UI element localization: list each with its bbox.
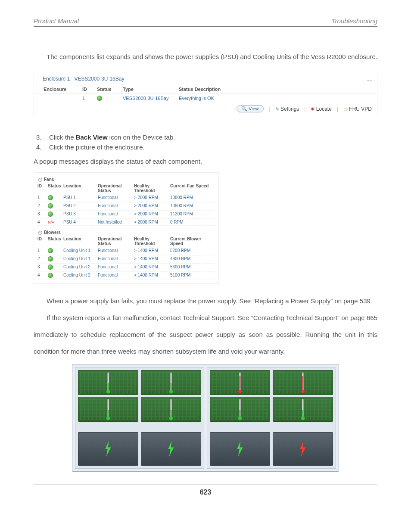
power-ok-icon bbox=[103, 441, 113, 457]
step-number: 3. bbox=[36, 134, 44, 141]
collapse-icon[interactable] bbox=[38, 231, 42, 235]
pencil-icon: ✎ bbox=[275, 106, 279, 112]
header-right: Troubleshooting bbox=[332, 17, 377, 25]
enclosure-row[interactable]: 1 VESS2000-3U-16Bay Everything is OK bbox=[34, 94, 377, 103]
table-row: 1PSU 1Functional> 2000 RPM10800 RPM bbox=[37, 194, 215, 202]
psu-slot bbox=[273, 432, 333, 466]
circuit-board bbox=[273, 397, 333, 422]
fans-section-title: Fans bbox=[44, 177, 54, 182]
col-id: ID bbox=[82, 87, 97, 92]
circuit-board bbox=[210, 370, 270, 395]
step-4: 4. Click the picture of the enclosure. bbox=[34, 143, 377, 151]
status-ok-icon bbox=[48, 248, 53, 253]
status-ok-icon bbox=[97, 96, 102, 101]
fans-blowers-panel: Fans ID Status Location Operational Stat… bbox=[34, 172, 219, 284]
page-number: 623 bbox=[34, 485, 377, 496]
enclosure-title: Enclosure 1 VESS2000-3U-16Bay bbox=[43, 76, 124, 84]
power-ok-icon bbox=[166, 441, 176, 457]
col-status: Status bbox=[97, 87, 123, 92]
table-row: 4Cooling Unit 2Functional> 1400 RPM5100 … bbox=[37, 272, 215, 280]
locate-icon: ✹ bbox=[311, 106, 314, 112]
thermometer-ok-icon bbox=[106, 372, 110, 394]
col-enclosure: Enclosure bbox=[44, 87, 82, 92]
thermometer-ok-icon bbox=[238, 399, 242, 420]
blowers-section-title: Blowers bbox=[44, 230, 61, 235]
table-row: 4N/APSU 4Not Installed> 2000 RPM0 RPM bbox=[37, 219, 215, 226]
power-fail-icon bbox=[298, 441, 308, 457]
collapse-caret-icon[interactable]: ︿ bbox=[367, 76, 373, 84]
table-row: 2PSU 2Functional> 2000 RPM10800 RPM bbox=[37, 202, 215, 211]
circuit-board bbox=[78, 370, 138, 395]
magnifier-icon: 🔍 bbox=[241, 106, 247, 111]
status-ok-icon bbox=[48, 273, 53, 278]
table-row: 2Cooling Unit 1Functional> 1400 RPM4900 … bbox=[37, 255, 215, 264]
power-ok-icon bbox=[235, 441, 245, 457]
fan-malfunction-paragraph: If the system reports a fan malfunction,… bbox=[34, 309, 377, 360]
thermometer-warn-icon bbox=[238, 372, 242, 394]
step-number: 4. bbox=[36, 143, 44, 151]
status-ok-icon bbox=[48, 264, 53, 270]
status-ok-icon bbox=[48, 195, 53, 200]
psu-slot bbox=[210, 432, 270, 466]
enclosure-right-half bbox=[207, 367, 336, 469]
clipboard-icon: ▭ bbox=[343, 106, 348, 112]
thermometer-ok-icon bbox=[106, 399, 110, 420]
settings-button[interactable]: ✎ Settings bbox=[275, 106, 299, 112]
table-row: 3PSU 3Functional> 2000 RPM11200 RPM bbox=[37, 211, 215, 219]
collapse-icon[interactable] bbox=[38, 178, 42, 182]
psu-fail-paragraph: When a power supply fan fails, you must … bbox=[34, 292, 377, 309]
table-row: 3Cooling Unit 2Functional> 1400 RPM5300 … bbox=[37, 264, 215, 272]
col-type: Type bbox=[123, 87, 179, 92]
circuit-board bbox=[273, 370, 333, 395]
locate-button[interactable]: ✹ Locate bbox=[311, 106, 331, 112]
thermometer-warn-icon bbox=[301, 372, 305, 394]
step-3: 3. Click the Back View icon on the Devic… bbox=[34, 134, 377, 141]
thermometer-ok-icon bbox=[169, 372, 173, 394]
thermometer-ok-icon bbox=[169, 399, 173, 420]
enclosure-back-view-figure bbox=[72, 364, 339, 472]
col-status-description: Status Description bbox=[179, 87, 373, 92]
enclosure-panel: Enclosure 1 VESS2000-3U-16Bay ︿ Enclosur… bbox=[34, 73, 377, 116]
status-ok-icon bbox=[48, 212, 53, 217]
enclosure-left-half bbox=[75, 367, 204, 469]
circuit-board bbox=[141, 370, 201, 395]
thermometer-ok-icon bbox=[301, 399, 305, 420]
intro-paragraph: The components list expands and shows th… bbox=[34, 48, 377, 65]
status-ok-icon bbox=[48, 203, 53, 208]
enclosure-toolbar: 🔍 View | ✎ Settings | ✹ Locate | ▭ FRU V… bbox=[34, 103, 377, 116]
status-na-label: N/A bbox=[48, 220, 54, 224]
circuit-board bbox=[210, 397, 270, 422]
fru-vpd-button[interactable]: ▭ FRU VPD bbox=[343, 106, 372, 112]
popup-line: A popup messages displays the status of … bbox=[34, 155, 377, 168]
header-left: Product Manual bbox=[34, 17, 79, 25]
psu-slot bbox=[78, 432, 138, 466]
status-ok-icon bbox=[48, 256, 53, 261]
circuit-board bbox=[141, 397, 201, 422]
psu-slot bbox=[141, 432, 201, 466]
circuit-board bbox=[78, 397, 138, 422]
view-button[interactable]: 🔍 View bbox=[237, 105, 264, 112]
page-header: Product Manual Troubleshooting bbox=[34, 17, 377, 27]
table-row: 1Cooling Unit 1Functional> 1400 RPM5200 … bbox=[37, 247, 215, 255]
